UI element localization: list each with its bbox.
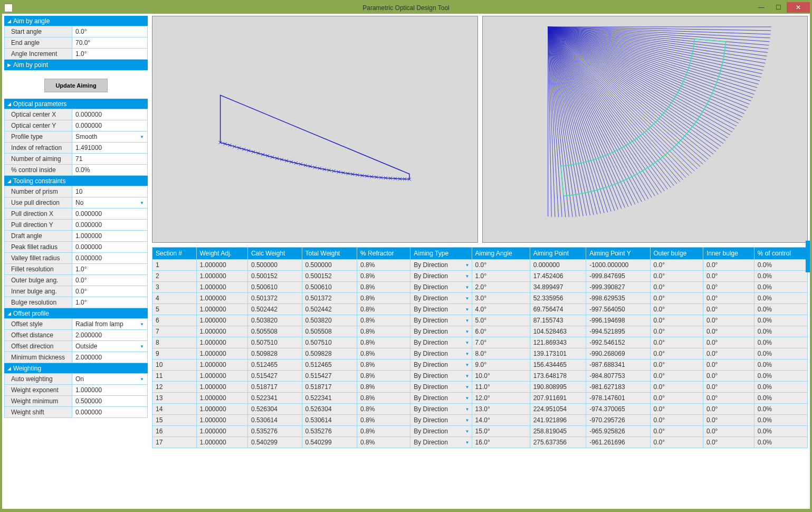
table-cell[interactable]: 0.526304 [248,404,302,414]
table-cell[interactable]: 0.0% [754,393,807,403]
table-cell[interactable]: 1.000000 [197,426,247,437]
table-cell[interactable]: 1.000000 [197,260,247,270]
table-cell[interactable]: 0.507510 [248,337,302,348]
table-cell[interactable]: 7 [152,326,196,337]
table-cell[interactable]: 0.500610 [248,282,302,292]
table-cell[interactable]: 0.0% [754,271,807,281]
weight-exponent-value[interactable]: 1.000000 [72,385,147,395]
table-cell[interactable]: 0.518717 [302,382,357,392]
column-header[interactable]: Weight Adj. [197,248,247,259]
aiming-type-dropdown[interactable]: By Direction [410,293,471,304]
table-cell[interactable]: 1.000000 [197,337,247,348]
table-cell[interactable]: 0.505508 [248,326,302,337]
number-of-prism-value[interactable]: 10 [72,186,147,197]
table-row[interactable]: 61.0000000.5038200.5038200.8%By Directio… [152,315,807,326]
table-cell[interactable]: 0.8% [357,271,410,281]
table-cell[interactable]: 4 [152,293,196,304]
table-cell[interactable]: 6 [152,315,196,326]
table-cell[interactable]: -987.688341 [586,359,649,370]
table-cell[interactable]: 1.000000 [197,271,247,281]
table-cell[interactable]: 0.8% [357,315,410,326]
table-cell[interactable]: 8 [152,337,196,348]
table-cell[interactable]: -990.268069 [586,348,649,359]
table-cell[interactable]: 0.515427 [248,371,302,381]
table-cell[interactable]: 0.0° [703,337,754,348]
angle-increment-value[interactable]: 1.0° [72,49,147,59]
table-cell[interactable]: 0.0% [754,260,807,270]
aiming-type-dropdown[interactable]: By Direction [410,382,471,392]
valley-fillet-radius-value[interactable]: 0.000000 [72,253,147,263]
table-cell[interactable]: 0.503820 [302,315,357,326]
table-cell[interactable]: 0.501372 [302,293,357,304]
table-cell[interactable]: 0.522341 [248,393,302,403]
minimum-thickness-value[interactable]: 2.000000 [72,352,147,363]
table-row[interactable]: 91.0000000.5098280.5098280.8%By Directio… [152,348,807,359]
table-cell[interactable]: -998.629535 [586,293,649,304]
table-cell[interactable]: 0.0° [703,348,754,359]
table-cell[interactable]: 5.0° [472,315,530,326]
table-cell[interactable]: 0.509828 [302,348,357,359]
table-cell[interactable]: 3.0° [472,293,530,304]
table-cell[interactable]: 0.0° [472,260,530,270]
table-cell[interactable]: 17 [152,437,196,448]
table-cell[interactable]: -996.194698 [586,315,649,326]
table-cell[interactable]: 224.951054 [530,404,586,414]
bulge-resolution-value[interactable]: 1.0° [72,297,147,308]
pull-direction-x-value[interactable]: 0.000000 [72,208,147,219]
table-cell[interactable]: 0.515427 [302,371,357,381]
table-cell[interactable]: 0.0° [651,404,703,414]
minimize-button[interactable]: — [753,2,770,13]
table-cell[interactable]: 0.8% [357,260,410,270]
table-cell[interactable]: 0.0% [754,293,807,304]
table-cell[interactable]: 69.756474 [530,304,586,315]
table-cell[interactable]: -978.147601 [586,393,649,403]
optical-center-y-value[interactable]: 0.000000 [72,120,147,131]
aiming-type-dropdown[interactable]: By Direction [410,304,471,315]
table-cell[interactable]: 0.0° [703,260,754,270]
table-cell[interactable]: 207.911691 [530,393,586,403]
table-cell[interactable]: 190.808995 [530,382,586,392]
column-header[interactable]: Aiming Angle [472,248,530,259]
table-row[interactable]: 11.0000000.5000000.5000000.8%By Directio… [152,260,807,270]
aiming-type-dropdown[interactable]: By Direction [410,326,471,337]
table-cell[interactable]: 1.000000 [197,415,247,425]
table-cell[interactable]: 0.500152 [302,271,357,281]
table-cell[interactable]: 1.000000 [197,315,247,326]
table-row[interactable]: 151.0000000.5306140.5306140.8%By Directi… [152,415,807,425]
table-cell[interactable]: -965.925826 [586,426,649,437]
table-cell[interactable]: 0.0% [754,326,807,337]
table-cell[interactable]: 14.0° [472,415,530,425]
percent-control-inside-value[interactable]: 0.0% [72,165,147,175]
table-cell[interactable]: 52.335956 [530,293,586,304]
table-cell[interactable]: 1.000000 [197,404,247,414]
table-cell[interactable]: 0.503820 [248,315,302,326]
aiming-type-dropdown[interactable]: By Direction [410,426,471,437]
table-cell[interactable]: 0.509828 [248,348,302,359]
table-cell[interactable]: 0.8% [357,437,410,448]
table-cell[interactable]: 1.000000 [197,437,247,448]
table-cell[interactable]: 0.8% [357,404,410,414]
table-cell[interactable]: 0.0° [703,404,754,414]
column-header[interactable]: Total Weight [302,248,357,259]
table-cell[interactable]: 0.0% [754,426,807,437]
table-cell[interactable]: -997.564050 [586,304,649,315]
aiming-type-dropdown[interactable]: By Direction [410,260,471,270]
table-cell[interactable]: 4.0° [472,304,530,315]
table-cell[interactable]: 10.0° [472,371,530,381]
table-cell[interactable]: 0.0° [651,337,703,348]
table-cell[interactable]: -984.807753 [586,371,649,381]
table-cell[interactable]: 0.502442 [302,304,357,315]
table-cell[interactable]: -999.847695 [586,271,649,281]
table-cell[interactable]: -992.546152 [586,337,649,348]
table-cell[interactable]: 0.526304 [302,404,357,414]
table-cell[interactable]: 121.869343 [530,337,586,348]
table-cell[interactable]: 0.0% [754,415,807,425]
table-cell[interactable]: 0.0° [651,415,703,425]
table-cell[interactable]: 1.000000 [197,359,247,370]
table-row[interactable]: 121.0000000.5187170.5187170.8%By Directi… [152,382,807,392]
aiming-type-dropdown[interactable]: By Direction [410,282,471,292]
table-cell[interactable]: 15 [152,415,196,425]
table-row[interactable]: 171.0000000.5402990.5402990.8%By Directi… [152,437,807,448]
table-cell[interactable]: 1 [152,260,196,270]
table-cell[interactable]: 2.0° [472,282,530,292]
